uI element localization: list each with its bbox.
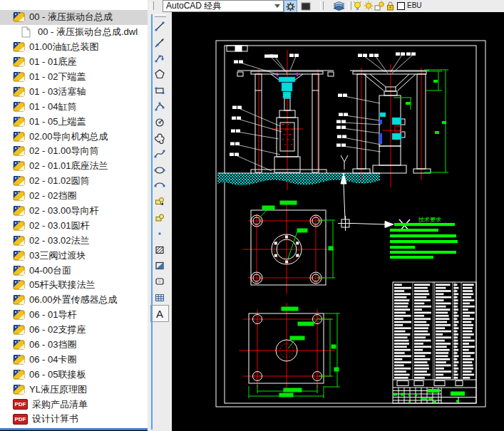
layer-freeze-button[interactable] bbox=[363, 0, 374, 11]
file-list-item[interactable]: 01 - 04缸筒 bbox=[0, 99, 148, 114]
tech-notes-title: 技术要求 bbox=[418, 217, 441, 223]
file-list-item[interactable]: PDF采购产品清单 bbox=[0, 397, 148, 412]
file-list-item[interactable]: 02 - 03.00导向杆 bbox=[0, 204, 148, 219]
gradient-icon bbox=[152, 259, 168, 273]
file-list-item-label: 02 - 01.00导向筒 bbox=[29, 145, 99, 157]
file-tree-panel[interactable]: 00 - 液压振动台总成00 - 液压振动台总成.dwl01.00油缸总装图01… bbox=[0, 0, 148, 429]
dwg-file-icon bbox=[13, 354, 25, 365]
file-list-item[interactable]: 02 - 01.02圆筒 bbox=[0, 174, 148, 189]
file-list-item[interactable]: 02.00导向机构总成 bbox=[0, 129, 148, 144]
dwg-file-icon bbox=[13, 309, 25, 321]
sun-icon bbox=[364, 1, 374, 11]
file-list-item[interactable]: 02 - 01.01底座法兰 bbox=[0, 159, 148, 174]
file-list-item[interactable]: 06 - 04卡圈 bbox=[0, 352, 148, 367]
file-list-item[interactable]: 02 - 03.02法兰 bbox=[0, 233, 148, 248]
file-list-item[interactable]: 00 - 液压振动台总成.dwl bbox=[0, 25, 148, 40]
file-list-item-label: 02 - 02挡圈 bbox=[29, 189, 76, 202]
file-list-item-label: 02 - 03.00导向杆 bbox=[29, 204, 99, 217]
multiline-text-icon: A bbox=[150, 305, 169, 322]
file-list-item-label: 06 - 02支撑座 bbox=[29, 323, 86, 336]
file-list-item-label: 02 - 03.02法兰 bbox=[29, 234, 90, 247]
file-list-item-label: 01.00油缸总装图 bbox=[29, 41, 99, 53]
lock-icon bbox=[386, 1, 395, 11]
plain-file-icon bbox=[21, 26, 34, 38]
file-list-item[interactable]: 01.00油缸总装图 bbox=[0, 40, 148, 55]
dwg-file-icon bbox=[13, 86, 25, 98]
file-list-item[interactable]: 00 - 液压振动台总成 bbox=[0, 10, 148, 25]
dwg-file-icon bbox=[13, 205, 25, 217]
file-list: 00 - 液压振动台总成00 - 液压振动台总成.dwl01.00油缸总装图01… bbox=[0, 0, 148, 427]
file-list-item[interactable]: 02 - 03.01圆杆 bbox=[0, 218, 148, 233]
draw-toolbar: A bbox=[148, 12, 172, 431]
layer-name-label: EBU bbox=[407, 1, 422, 9]
file-list-item[interactable]: 06 - 05联接板 bbox=[0, 367, 148, 382]
file-list-item[interactable]: 06 - 01导杆 bbox=[0, 308, 148, 323]
file-list-item[interactable]: 01 - 01底座 bbox=[0, 55, 148, 70]
file-list-item[interactable]: 06.00外置传感器总成 bbox=[0, 293, 148, 308]
file-list-item-label: 04-00台面 bbox=[29, 264, 71, 277]
file-list-item[interactable]: 03三阀过渡块 bbox=[0, 248, 148, 263]
file-list-item[interactable]: 02 - 01.00导向筒 bbox=[0, 144, 148, 159]
file-list-item-label: 02 - 01.01底座法兰 bbox=[29, 160, 108, 172]
dwg-file-icon bbox=[13, 294, 25, 306]
point-icon bbox=[152, 227, 168, 241]
window-bottom-border bbox=[0, 428, 150, 430]
bom-table bbox=[393, 282, 476, 403]
make-block-icon bbox=[152, 211, 168, 225]
file-list-item[interactable]: 02 - 02挡圈 bbox=[0, 189, 148, 204]
file-list-item[interactable]: 04-00台面 bbox=[0, 263, 148, 278]
pdf-file-icon: PDF bbox=[13, 414, 28, 425]
dark-square-icon bbox=[301, 2, 311, 11]
file-list-item-label: 06 - 03挡圈 bbox=[29, 338, 76, 351]
file-list-item[interactable]: 06 - 02支撑座 bbox=[0, 323, 148, 338]
dwg-file-icon bbox=[13, 369, 25, 380]
file-list-item[interactable]: 06 - 03挡圈 bbox=[0, 338, 148, 353]
file-list-item[interactable]: 05杆头联接法兰 bbox=[0, 278, 148, 293]
construction-line-icon bbox=[152, 36, 168, 50]
plate-plan-view bbox=[239, 303, 340, 398]
file-list-item-label: 01 - 04缸筒 bbox=[29, 100, 76, 113]
file-list-item[interactable]: 01 - 03活塞轴 bbox=[0, 84, 148, 99]
side-elevation-view bbox=[350, 64, 448, 187]
dwg-file-icon bbox=[13, 101, 25, 113]
layer-on-off-button[interactable] bbox=[352, 0, 363, 11]
ellipse-arc-icon bbox=[152, 179, 168, 193]
rectangle-icon bbox=[152, 83, 168, 98]
workspace-combobox[interactable]: AutoCAD 经典 bbox=[163, 0, 284, 12]
arc-icon bbox=[152, 99, 168, 113]
layer-lock-button[interactable] bbox=[385, 0, 396, 11]
file-list-item-label: 00 - 液压振动台总成 bbox=[29, 11, 113, 24]
toolbar-grip[interactable] bbox=[155, 14, 166, 17]
layer-properties-button[interactable] bbox=[330, 0, 347, 13]
dwg-file-icon bbox=[13, 220, 25, 232]
dwg-file-icon bbox=[13, 250, 25, 261]
file-list-item-label: 06 - 01导杆 bbox=[29, 308, 76, 321]
file-list-item-label: 06 - 04卡圈 bbox=[29, 353, 76, 366]
file-list-item[interactable]: YL液压原理图 bbox=[0, 382, 148, 397]
toolbar-grip[interactable] bbox=[320, 1, 324, 10]
toolbar-grip[interactable] bbox=[150, 1, 154, 10]
dwg-file-icon bbox=[13, 145, 25, 157]
file-list-item[interactable]: 01 - 05上端盖 bbox=[0, 114, 148, 129]
file-list-item-label: 01 - 02下端盖 bbox=[29, 71, 86, 83]
cad-drawing-canvas[interactable]: 技术要求 bbox=[172, 12, 504, 431]
file-list-item[interactable]: 01 - 02下端盖 bbox=[0, 70, 148, 85]
dwg-file-icon bbox=[13, 175, 25, 187]
workspace-save-button[interactable] bbox=[299, 0, 313, 13]
file-list-item-label: 06.00外置传感器总成 bbox=[29, 294, 118, 306]
dwg-file-icon bbox=[13, 190, 25, 202]
file-list-item[interactable]: PDF设计计算书 bbox=[0, 412, 148, 427]
toolbar-grip[interactable] bbox=[348, 1, 351, 10]
toolbar-docking-accent bbox=[151, 14, 153, 430]
workspace-combobox-value: AutoCAD 经典 bbox=[166, 0, 221, 12]
layer-freeze-viewport-button[interactable] bbox=[374, 0, 385, 11]
file-list-item-label: 00 - 液压振动台总成.dwl bbox=[38, 26, 138, 38]
color-swatch bbox=[397, 2, 405, 10]
layer-color-button[interactable] bbox=[396, 0, 406, 11]
file-list-item-label: YL液压原理图 bbox=[29, 383, 87, 396]
polyline-icon bbox=[152, 51, 168, 66]
workspace-settings-button[interactable] bbox=[284, 0, 297, 13]
file-list-item-label: 05杆头联接法兰 bbox=[29, 279, 95, 291]
dwg-file-icon bbox=[13, 71, 25, 83]
region-icon bbox=[152, 274, 168, 289]
